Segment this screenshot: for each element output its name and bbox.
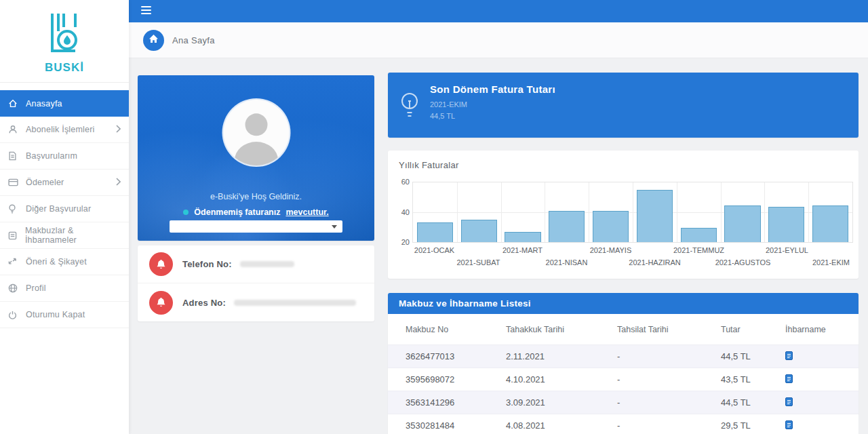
chart-bar-2021-OCAK xyxy=(417,222,453,242)
last-invoice-title: Son Dönem Fatura Tutarı xyxy=(430,83,555,95)
cell-tahsilat: - xyxy=(617,351,721,361)
sidebar-item-abonelik-islemleri[interactable]: Abonelik İşlemleri xyxy=(0,117,129,143)
alert-link[interactable]: mevcuttur. xyxy=(285,208,328,217)
address-row: Adres No: xyxy=(138,283,374,321)
x-label-2021-AGUSTOS: 2021-AGUSTOS xyxy=(715,258,771,267)
table-row[interactable]: 3595698072 4.10.2021 - 43,5 TL xyxy=(388,368,859,391)
status-dot-icon xyxy=(183,210,189,215)
avatar xyxy=(223,100,289,165)
cell-makbuz-no: 3563141296 xyxy=(406,397,506,408)
x-label-2021-EKIM: 2021-EKIM xyxy=(812,258,850,267)
ihbarname-document-icon[interactable] xyxy=(785,351,859,362)
bell-icon xyxy=(149,291,173,315)
cell-tahakkuk: 4.08.2021 xyxy=(506,420,617,431)
home-icon xyxy=(8,99,19,108)
ihbarname-document-icon[interactable] xyxy=(785,420,859,431)
y-tick: 60 xyxy=(391,178,410,186)
chart-bar-2021-SUBAT xyxy=(461,220,497,242)
last-invoice-period: 2021-EKIM xyxy=(430,100,555,108)
contact-card: Telefon No: Adres No: xyxy=(138,245,374,321)
col-ihbarname: İhbarname xyxy=(785,325,859,334)
table-row[interactable]: 3563141296 3.09.2021 - 44,5 TL xyxy=(388,391,859,414)
brand-logo: BUSKİ xyxy=(0,0,129,83)
phone-label: Telefon No: xyxy=(182,259,232,269)
last-invoice-amount: 44,5 TL xyxy=(430,112,555,120)
arrows-icon xyxy=(8,258,19,267)
sidebar-item-makbuzlar-ihbarnameler[interactable]: Makbuzlar & İhbarnameler xyxy=(0,222,129,249)
account-select[interactable] xyxy=(170,220,342,233)
table-title: Makbuz ve İhbarname Listesi xyxy=(388,293,859,314)
globe-icon xyxy=(8,283,19,293)
y-tick: 20 xyxy=(391,238,410,246)
brand-name: BUSKİ xyxy=(45,61,84,75)
sidebar-menu: Anasayfa Abonelik İşlemleri Başvurularım… xyxy=(0,90,129,328)
ihbarname-document-icon[interactable] xyxy=(785,397,859,408)
sidebar-item-oturumu-kapat[interactable]: Oturumu Kapat xyxy=(0,302,129,328)
x-label-2021-TEMMUZ: 2021-TEMMUZ xyxy=(673,246,724,254)
person-silhouette-icon xyxy=(223,156,289,165)
cell-makbuz-no: 3595698072 xyxy=(406,374,506,384)
last-invoice-card: Son Dönem Fatura Tutarı 2021-EKIM 44,5 T… xyxy=(388,73,859,138)
phone-row: Telefon No: xyxy=(138,245,374,283)
alert-text: Ödenmemiş faturanız xyxy=(194,208,280,217)
chart-bar-2021-AGUSTOS xyxy=(724,205,760,242)
breadcrumb: Ana Sayfa xyxy=(129,22,868,58)
chart-bar-2021-TEMMUZ xyxy=(681,228,717,242)
cell-tutar: 43,5 TL xyxy=(721,374,785,384)
ihbarname-document-icon[interactable] xyxy=(785,374,859,385)
chart-bar-2021-NISAN xyxy=(549,211,585,242)
table-row[interactable]: 3530281484 4.08.2021 - 29,5 TL xyxy=(388,414,859,434)
topbar xyxy=(129,0,868,22)
chart-bar-2021-EKIM xyxy=(812,205,848,242)
col-tutar: Tutar xyxy=(721,325,785,334)
cell-tahakkuk: 2.11.2021 xyxy=(506,351,617,361)
chart-bar-2021-MART xyxy=(505,232,540,242)
annual-chart-plot xyxy=(412,182,853,243)
sidebar-item-profil[interactable]: Profil xyxy=(0,275,129,302)
chart-bar-2021-HAZIRAN xyxy=(637,190,673,242)
table-column-headers: Makbuz No Tahakkuk Tarihi Tahsilat Tarih… xyxy=(388,314,859,344)
receipt-icon xyxy=(8,231,18,240)
welcome-text: e-Buski'ye Hoş Geldiniz. xyxy=(138,192,374,201)
x-label-2021-EYLUL: 2021-EYLUL xyxy=(766,246,808,254)
breadcrumb-home-button[interactable] xyxy=(143,30,164,51)
sidebar-item-anasayfa[interactable]: Anasayfa xyxy=(0,90,129,117)
lightbulb-icon xyxy=(8,204,19,214)
cell-tahsilat: - xyxy=(617,374,721,384)
col-tahakkuk-tarihi: Tahakkuk Tarihi xyxy=(506,325,617,334)
x-label-2021-OCAK: 2021-OCAK xyxy=(414,246,454,254)
breadcrumb-label: Ana Sayfa xyxy=(172,35,215,45)
cell-tahakkuk: 3.09.2021 xyxy=(506,397,617,408)
chart-bar-2021-MAYIS xyxy=(593,211,629,242)
chevron-right-icon xyxy=(115,178,121,188)
x-label-2021-SUBAT: 2021-SUBAT xyxy=(457,258,500,267)
receipt-table-card: Makbuz ve İhbarname Listesi Makbuz No Ta… xyxy=(388,293,859,434)
x-label-2021-HAZIRAN: 2021-HAZIRAN xyxy=(629,258,680,267)
sidebar-item-diger-basvurular[interactable]: Diğer Başvurular xyxy=(0,196,129,222)
buski-waterdrop-logo-icon xyxy=(47,12,82,59)
chart-title: Yıllık Faturalar xyxy=(399,160,459,170)
hamburger-icon[interactable] xyxy=(141,6,151,16)
unpaid-invoice-alert: Ödenmemiş faturanız mevcuttur. xyxy=(138,208,374,217)
chart-x-labels: 2021-OCAK2021-SUBAT2021-MART2021-NISAN20… xyxy=(412,246,853,273)
redacted-phone-value xyxy=(240,261,294,267)
sidebar-item-odemeler[interactable]: Ödemeler xyxy=(0,170,129,196)
sidebar-item-oneri-sikayet[interactable]: Öneri & Şikayet xyxy=(0,249,129,275)
x-label-2021-MART: 2021-MART xyxy=(502,246,542,254)
sidebar-item-basvurularim[interactable]: Başvurularım xyxy=(0,143,129,170)
cell-tahsilat: - xyxy=(617,420,721,431)
redacted-address-value xyxy=(234,300,356,306)
profile-card: e-Buski'ye Hoş Geldiniz. Ödenmemiş fatur… xyxy=(138,75,374,241)
col-makbuz-no: Makbuz No xyxy=(406,325,506,334)
cell-makbuz-no: 3530281484 xyxy=(406,420,506,431)
chevron-right-icon xyxy=(115,125,121,135)
table-row[interactable]: 3626477013 2.11.2021 - 44,5 TL xyxy=(388,344,859,368)
cell-tutar: 29,5 TL xyxy=(721,420,785,431)
home-icon xyxy=(149,34,159,46)
lightbulb-icon xyxy=(400,92,419,138)
y-tick: 40 xyxy=(391,208,410,216)
cell-makbuz-no: 3626477013 xyxy=(406,351,506,361)
user-icon xyxy=(8,125,19,134)
document-icon xyxy=(8,151,19,161)
cell-tahakkuk: 4.10.2021 xyxy=(506,374,617,384)
